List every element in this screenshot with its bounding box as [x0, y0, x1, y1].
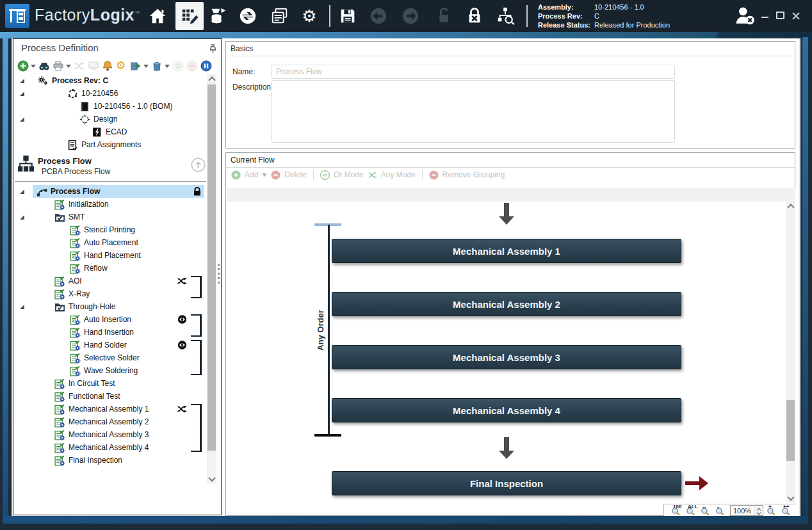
tree-item-aoi[interactable]: AOI — [13, 275, 206, 287]
settings-button[interactable]: ⚙ — [300, 6, 319, 26]
refresh-icon[interactable] — [172, 60, 184, 72]
presentation-icon[interactable] — [88, 60, 99, 72]
deploy-icon[interactable] — [130, 60, 142, 72]
tree-item-hand-insertion[interactable]: Hand Insertion — [13, 326, 206, 339]
process-search-button[interactable] — [496, 6, 515, 26]
pin-icon[interactable] — [207, 44, 218, 54]
expander-icon[interactable] — [20, 79, 24, 83]
tree-item-smt[interactable]: SMT — [13, 211, 206, 223]
documents-button[interactable] — [270, 6, 289, 26]
tree-item-hand-solder[interactable]: Hand Solder — [13, 339, 206, 351]
tree-item-in-circuit-test[interactable]: In Circuit Test — [13, 377, 206, 390]
expander-icon[interactable] — [20, 92, 24, 96]
delete-icon[interactable] — [271, 170, 280, 180]
expander-icon[interactable] — [20, 305, 24, 309]
unlock-button[interactable] — [434, 6, 453, 26]
print-caret-icon[interactable] — [66, 65, 71, 68]
add-caret-icon[interactable] — [31, 65, 36, 68]
expander-icon[interactable] — [20, 215, 24, 220]
add-icon[interactable] — [231, 170, 241, 180]
tree-item-mechanical-assembly-2[interactable]: Mechanical Assembly 2 — [13, 415, 206, 428]
tree-item-mechanical-assembly-4[interactable]: Mechanical Assembly 4 — [13, 441, 206, 454]
tree-item-x-ray[interactable]: X-Ray — [13, 287, 206, 300]
sync-button[interactable] — [238, 6, 257, 26]
tree-item-auto-insertion[interactable]: Auto Insertion — [13, 313, 206, 326]
canvas-scrollbar[interactable] — [786, 202, 795, 503]
any-mode-icon[interactable] — [74, 60, 85, 72]
delete-button[interactable]: Delete — [284, 170, 307, 179]
home-button[interactable] — [148, 6, 167, 26]
tree-item-stencil-printing[interactable]: Stencil Printing — [13, 223, 206, 236]
tree-item-10-210456-1-0-bom[interactable]: 10-210456 - 1.0 (BOM) — [13, 100, 206, 113]
minimize-button[interactable] — [758, 9, 772, 23]
scrollbar-thumb[interactable] — [786, 400, 795, 461]
expander-icon[interactable] — [20, 117, 24, 122]
tree-scrollbar[interactable] — [207, 74, 216, 484]
settings-icon[interactable]: ⚙ — [116, 60, 127, 72]
tree-item-process-flow[interactable]: Process Flow — [13, 185, 206, 198]
tree-item-wave-soldering[interactable]: Wave Soldering — [13, 364, 206, 377]
tree-item-10-210456[interactable]: 10-210456 — [13, 87, 206, 100]
tree-item-mechanical-assembly-3[interactable]: Mechanical Assembly 3 — [13, 428, 206, 441]
scrollbar-thumb[interactable] — [207, 84, 216, 451]
material-handling-button[interactable] — [207, 6, 227, 26]
tree-item-selective-solder[interactable]: Selective Solder — [13, 351, 206, 364]
promote-icon[interactable] — [191, 157, 206, 172]
add-caret-icon[interactable] — [262, 173, 267, 177]
add-button[interactable]: Add — [245, 170, 258, 179]
save-button[interactable] — [338, 6, 357, 26]
scroll-up-button[interactable] — [207, 74, 216, 84]
any-mode-button[interactable]: Any Mode — [381, 170, 416, 179]
bell-icon[interactable] — [102, 60, 113, 72]
delete-caret-icon[interactable] — [165, 65, 170, 68]
scroll-up-button[interactable] — [786, 202, 795, 211]
tree-item-process-rev-c[interactable]: Process Rev: C — [13, 74, 206, 87]
flow-box-mechanical-assembly-1[interactable]: Mechanical Assembly 1 — [332, 239, 681, 263]
deploy-caret-icon[interactable] — [143, 65, 149, 68]
user-logout-icon[interactable] — [733, 5, 756, 27]
back-button[interactable] — [369, 6, 388, 26]
or-mode-button[interactable]: Or Mode — [334, 170, 364, 179]
tree-item-final-inspection[interactable]: Final Inspection — [13, 454, 206, 467]
description-input[interactable] — [272, 80, 675, 143]
flow-box-mechanical-assembly-4[interactable]: Mechanical Assembly 4 — [332, 398, 681, 422]
find-icon[interactable] — [38, 60, 50, 72]
maximize-button[interactable] — [774, 9, 788, 23]
remove-grouping-button[interactable]: Remove Grouping — [443, 170, 505, 179]
zoom-in-button[interactable]: + — [767, 505, 778, 516]
add-icon[interactable] — [17, 60, 29, 72]
pause-icon[interactable] — [200, 60, 212, 72]
tree-item-auto-placement[interactable]: Auto Placement — [13, 236, 206, 249]
expander-icon[interactable] — [20, 189, 24, 194]
zoom-out-button[interactable]: - — [715, 505, 727, 516]
panel-splitter[interactable] — [216, 264, 220, 293]
close-button[interactable] — [789, 9, 803, 23]
tree-item-reflow[interactable]: Reflow — [13, 262, 206, 275]
tree-item-part-assignments[interactable]: Part Assignments — [13, 138, 206, 151]
tree-item-through-hole[interactable]: Through-Hole — [13, 300, 206, 313]
scroll-down-button[interactable] — [207, 474, 216, 484]
remove-grouping-icon[interactable] — [429, 170, 439, 180]
tree-item-hand-placement[interactable]: Hand Placement — [13, 249, 206, 262]
tree-item-design[interactable]: Design — [13, 113, 206, 125]
spinner-arrows[interactable] — [754, 506, 763, 515]
zoom-in-fast-button[interactable]: ++ — [781, 505, 793, 516]
any-mode-icon[interactable] — [368, 170, 377, 180]
tree-item-initialization[interactable]: Initialization — [13, 198, 206, 211]
flow-box-mechanical-assembly-2[interactable]: Mechanical Assembly 2 — [332, 292, 681, 316]
tree-item-ecad[interactable]: ECAD — [13, 125, 206, 138]
tree-item-mechanical-assembly-1[interactable]: Mechanical Assembly 1 — [13, 403, 206, 415]
scroll-down-button[interactable] — [786, 494, 795, 503]
name-input[interactable] — [272, 65, 675, 79]
zoom-fit-all-button[interactable]: ALL — [686, 505, 697, 516]
zoom-out-fast-button[interactable]: -- — [701, 505, 712, 516]
tree-item-functional-test[interactable]: Functional Test — [13, 390, 206, 403]
or-mode-icon[interactable] — [320, 170, 330, 180]
flow-box-final-inspection[interactable]: Final Inspection — [332, 471, 681, 495]
lock-delete-button[interactable] — [465, 6, 484, 26]
zoom-100-button[interactable]: 100 — [671, 505, 683, 516]
delete-icon[interactable] — [151, 60, 163, 72]
process-definition-button[interactable] — [175, 2, 204, 30]
remove-icon[interactable] — [186, 60, 198, 72]
flow-canvas[interactable]: Any Order Mechanical Assembly 1Mechanica… — [227, 188, 795, 503]
